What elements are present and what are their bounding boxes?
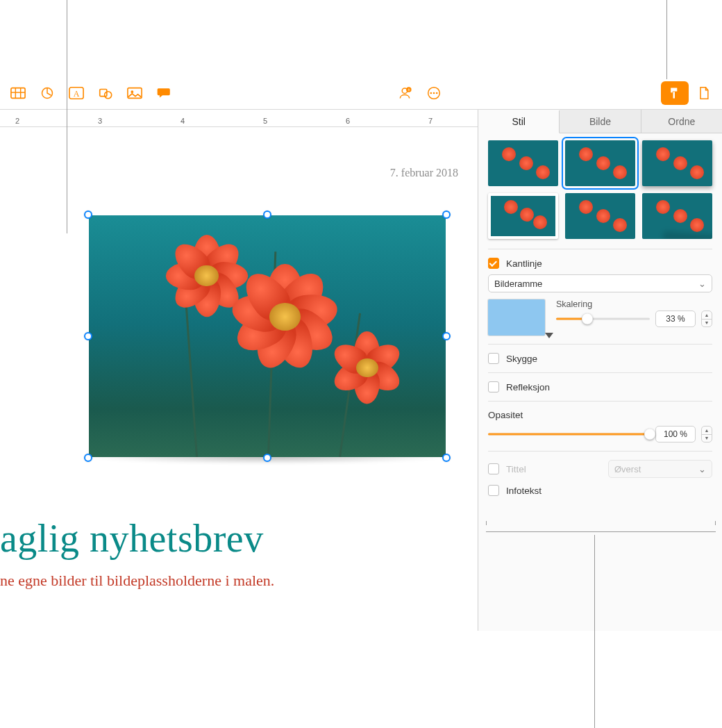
style-preset[interactable] xyxy=(642,140,712,186)
shadow-section: Skygge xyxy=(488,344,712,372)
more-icon[interactable] xyxy=(420,81,448,105)
title-position-select[interactable]: Øverst ⌄ xyxy=(608,460,712,478)
ruler-unit: 5 xyxy=(263,117,267,125)
svg-point-15 xyxy=(430,92,433,94)
opacity-stepper[interactable]: ▲▼ xyxy=(701,426,712,442)
document-title[interactable]: aglig nyhetsbrev xyxy=(0,516,264,561)
resize-handle[interactable] xyxy=(442,332,451,340)
tab-arrange[interactable]: Ordne xyxy=(641,110,722,133)
reflection-checkbox[interactable] xyxy=(488,381,499,392)
style-preset[interactable] xyxy=(565,193,635,239)
svg-point-17 xyxy=(436,92,438,94)
toolbar: A + xyxy=(0,77,722,110)
collaborate-icon[interactable]: + xyxy=(391,81,419,105)
resize-handle[interactable] xyxy=(263,454,271,462)
callout-bracket xyxy=(486,525,716,532)
ruler-unit: 3 xyxy=(98,117,102,125)
document-icon[interactable] xyxy=(690,81,718,105)
style-preset[interactable] xyxy=(488,193,558,239)
format-inspector: Stil Bilde Ordne xyxy=(478,110,722,631)
chevron-updown-icon: ⌄ xyxy=(698,464,706,474)
resize-handle[interactable] xyxy=(442,210,451,219)
comment-icon[interactable] xyxy=(150,81,178,105)
inspector-tabs: Stil Bilde Ordne xyxy=(478,110,722,133)
style-preset[interactable] xyxy=(488,140,558,186)
app-window: A + 2 3 4 5 xyxy=(0,77,722,631)
svg-rect-0 xyxy=(11,88,25,99)
shape-icon[interactable] xyxy=(92,81,119,105)
document-date: 7. februar 2018 xyxy=(390,167,458,179)
tab-style[interactable]: Stil xyxy=(478,110,560,133)
media-icon[interactable] xyxy=(121,81,149,105)
svg-point-10 xyxy=(131,90,134,93)
tab-image[interactable]: Bilde xyxy=(560,110,641,133)
svg-text:+: + xyxy=(408,88,410,92)
reflection-label: Refleksjon xyxy=(506,382,550,392)
opacity-slider[interactable] xyxy=(488,429,650,439)
svg-rect-18 xyxy=(673,92,675,98)
ruler-unit: 6 xyxy=(346,117,350,125)
chart-icon[interactable] xyxy=(33,81,61,105)
document-canvas[interactable]: 7. februar 2018 xyxy=(0,127,478,631)
caption-label: Infotekst xyxy=(506,486,542,496)
format-icon[interactable] xyxy=(661,81,689,105)
ruler-unit: 4 xyxy=(180,117,185,125)
resize-handle[interactable] xyxy=(263,210,271,219)
svg-point-16 xyxy=(433,92,435,94)
image-content xyxy=(89,215,446,457)
shadow-label: Skygge xyxy=(506,354,537,364)
frame-dropdown-icon[interactable] xyxy=(545,333,553,338)
ruler-unit: 7 xyxy=(428,117,433,125)
opacity-section: Opasitet 100 % ▲▼ xyxy=(488,401,712,451)
scale-label: Skalering xyxy=(556,299,712,309)
border-type-select[interactable]: Bilderamme ⌄ xyxy=(488,274,712,292)
scale-slider[interactable] xyxy=(556,314,650,324)
frame-preview[interactable] xyxy=(488,299,545,336)
callout-line-bottom xyxy=(594,535,595,728)
border-checkbox[interactable] xyxy=(488,258,499,269)
ruler-unit: 2 xyxy=(15,117,19,125)
resize-handle[interactable] xyxy=(84,210,92,219)
title-label: Tittel xyxy=(506,464,526,474)
border-type-value: Bilderamme xyxy=(494,279,542,289)
scale-stepper[interactable]: ▲▼ xyxy=(701,311,712,327)
svg-rect-9 xyxy=(128,88,142,99)
table-icon[interactable] xyxy=(4,81,32,105)
title-caption-section: Tittel Øverst ⌄ Infotekst xyxy=(488,451,712,504)
callout-line-right xyxy=(666,0,667,79)
scale-value[interactable]: 33 % xyxy=(655,311,696,327)
svg-point-8 xyxy=(105,92,112,99)
caption-checkbox[interactable] xyxy=(488,485,499,496)
chevron-updown-icon: ⌄ xyxy=(698,279,706,289)
style-preset[interactable] xyxy=(642,193,712,239)
style-preset[interactable] xyxy=(565,140,635,186)
opacity-value[interactable]: 100 % xyxy=(655,426,696,442)
shadow-checkbox[interactable] xyxy=(488,353,499,364)
title-checkbox[interactable] xyxy=(488,463,499,474)
style-presets xyxy=(488,140,712,239)
border-section: Kantlinje Bilderamme ⌄ Skalering xyxy=(488,249,712,344)
callout-line-left xyxy=(67,0,67,233)
opacity-label: Opasitet xyxy=(488,410,712,420)
document-subtitle[interactable]: ne egne bilder til bildeplassholderne i … xyxy=(0,572,274,590)
title-position-value: Øverst xyxy=(614,464,641,474)
resize-handle[interactable] xyxy=(84,454,92,462)
svg-text:A: A xyxy=(74,89,80,99)
selected-image[interactable] xyxy=(89,215,446,457)
border-label: Kantlinje xyxy=(506,258,542,269)
resize-handle[interactable] xyxy=(84,332,92,340)
resize-handle[interactable] xyxy=(442,454,451,462)
reflection-section: Refleksjon xyxy=(488,372,712,401)
